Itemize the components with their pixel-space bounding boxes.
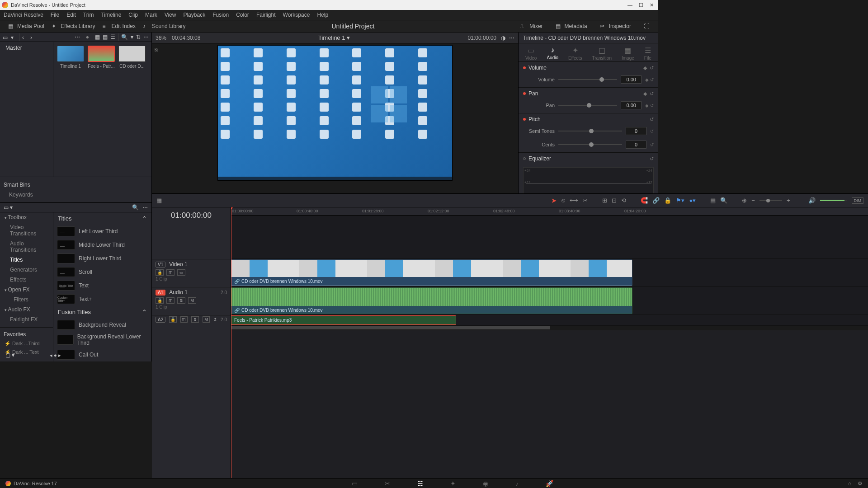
- menu-color[interactable]: Color: [236, 12, 249, 18]
- filters-node[interactable]: Filters: [0, 295, 53, 305]
- view-thumb-icon[interactable]: ▦: [95, 34, 100, 40]
- cents-slider[interactable]: [558, 144, 622, 145]
- view-strip-icon[interactable]: ▤: [103, 34, 108, 40]
- edit-index-toggle[interactable]: ≡Edit Index: [99, 22, 139, 30]
- pan-value[interactable]: 0.00: [621, 101, 642, 109]
- pitch-section[interactable]: Pitch: [528, 116, 647, 122]
- dynamic-trim-icon[interactable]: ⟷: [570, 197, 578, 204]
- record-icon[interactable]: ●: [86, 34, 89, 40]
- menu-mark[interactable]: Mark: [145, 12, 157, 18]
- a2-auto-select[interactable]: ◫: [180, 316, 188, 323]
- audio-clip-a1[interactable]: 🔗CD oder DVD brennen Windows 10.mov: [231, 287, 632, 314]
- fusion-call-out[interactable]: Call Out: [53, 348, 151, 361]
- equalizer-section[interactable]: Equalizer: [528, 155, 647, 162]
- replace-clip-icon[interactable]: ⟲: [621, 197, 626, 204]
- timeline-scrollbar[interactable]: [231, 326, 658, 330]
- search-icon[interactable]: 🔍: [121, 34, 128, 40]
- inspector-toggle[interactable]: ✂Inspector: [596, 22, 635, 30]
- link-icon[interactable]: 🔗: [652, 197, 658, 204]
- menu-davinci[interactable]: DaVinci Resolve: [4, 12, 43, 18]
- a1-mute[interactable]: M: [188, 297, 196, 304]
- bin-list-icon[interactable]: ▭: [3, 34, 8, 40]
- match-frame-icon[interactable]: ⎘: [155, 47, 158, 52]
- pan-kf-toggle[interactable]: ◆ ↺: [645, 103, 654, 108]
- menu-fairlight[interactable]: Fairlight: [256, 12, 276, 18]
- sort-icon[interactable]: ⇅: [136, 34, 141, 40]
- master-bin[interactable]: Master: [0, 42, 53, 54]
- track-header-v1[interactable]: V1Video 1 🔒◫▭ 1 Clip: [152, 259, 231, 287]
- pan-keyframe-icon[interactable]: ◆: [643, 91, 647, 97]
- video-clip[interactable]: 🔗CD oder DVD brennen Windows 10.mov: [231, 259, 632, 286]
- clip-timeline1[interactable]: Timeline 1: [57, 46, 84, 69]
- more-icon[interactable]: ⋯: [143, 34, 149, 40]
- window-maximize-button[interactable]: ☐: [639, 2, 643, 8]
- openfx-node[interactable]: Open FX: [0, 285, 53, 295]
- volume-slider[interactable]: [558, 79, 617, 80]
- title-scroll[interactable]: Scroll: [53, 265, 151, 279]
- selection-tool-icon[interactable]: ➤: [551, 197, 557, 205]
- effects-library-toggle[interactable]: ✦Effects Library: [48, 22, 99, 30]
- v1-lock-icon[interactable]: 🔒: [156, 269, 164, 276]
- title-right-lower-third[interactable]: Right Lower Third: [53, 252, 151, 265]
- collapse-icon[interactable]: ⌃: [142, 215, 147, 222]
- v1-disable[interactable]: ▭: [177, 269, 185, 276]
- menu-playback[interactable]: Playback: [183, 12, 205, 18]
- titles-node[interactable]: Titles: [0, 255, 53, 265]
- timeline-timecode[interactable]: 01:00:00:00: [152, 207, 231, 224]
- effects-node[interactable]: Effects: [0, 275, 53, 285]
- menu-workspace[interactable]: Workspace: [283, 12, 310, 18]
- title-left-lower-third[interactable]: Left Lower Third: [53, 225, 151, 238]
- fusion-bg-reveal[interactable]: Background Reveal: [53, 318, 151, 332]
- smart-bins-header[interactable]: Smart Bins: [0, 180, 151, 190]
- sound-library-toggle[interactable]: ♪Sound Library: [139, 22, 189, 30]
- expand-button[interactable]: ⛶: [640, 22, 654, 30]
- a2-solo[interactable]: S: [191, 316, 198, 323]
- pan-section[interactable]: Pan: [528, 90, 641, 97]
- eq-reset-icon[interactable]: ↺: [650, 156, 654, 162]
- volume-kf-toggle[interactable]: ◆ ↺: [645, 77, 654, 82]
- nav-back-icon[interactable]: ‹: [22, 34, 28, 40]
- volume-reset-icon[interactable]: ↺: [650, 65, 654, 71]
- track-header-a1[interactable]: A1Audio 12.0 🔒◫SM 1 Clip: [152, 287, 231, 315]
- menu-trim[interactable]: Trim: [83, 12, 94, 18]
- toolbox-node[interactable]: Toolbox: [0, 212, 53, 222]
- trim-tool-icon[interactable]: ⎋: [561, 197, 565, 204]
- title-text[interactable]: Basic TitleText: [53, 279, 151, 292]
- playhead[interactable]: [231, 207, 231, 371]
- insert-clip-icon[interactable]: ⊞: [602, 197, 607, 204]
- timeline-view-options-icon[interactable]: ▦: [156, 197, 162, 204]
- a1-lock-icon[interactable]: 🔒: [156, 297, 164, 304]
- viewer-options-icon[interactable]: ⋯: [509, 35, 514, 41]
- fairlightfx-node[interactable]: Fairlight FX: [0, 314, 53, 324]
- menu-edit[interactable]: Edit: [66, 12, 76, 18]
- menu-help[interactable]: Help: [317, 12, 328, 18]
- viewer-bypass-icon[interactable]: ◑: [501, 35, 505, 41]
- fx-options-icon[interactable]: ⋯: [142, 204, 148, 211]
- volume-keyframe-icon[interactable]: ◆: [643, 65, 647, 71]
- audiofx-node[interactable]: Audio FX: [0, 305, 53, 314]
- a1-auto-select[interactable]: ◫: [166, 297, 175, 304]
- inspector-tab-video[interactable]: ▭Video: [525, 46, 537, 61]
- view-list-icon[interactable]: ☰: [110, 34, 115, 40]
- video-transitions[interactable]: Video Transitions: [0, 222, 53, 239]
- semitones-slider[interactable]: [558, 131, 622, 131]
- fusion-titles-header[interactable]: Fusion Titles⌃: [53, 306, 151, 318]
- snap-icon[interactable]: 🧲: [641, 197, 648, 204]
- a1-solo[interactable]: S: [177, 297, 185, 304]
- search-dropdown-icon[interactable]: ▾: [131, 34, 133, 40]
- pan-slider[interactable]: [558, 105, 617, 106]
- blade-tool-icon[interactable]: ✂: [583, 197, 588, 204]
- mixer-toggle[interactable]: ⎍Mixer: [517, 22, 546, 30]
- fav-dark-third[interactable]: Dark ...Third: [0, 339, 53, 348]
- window-close-button[interactable]: ✕: [650, 2, 654, 8]
- media-pool-toggle[interactable]: ▦Media Pool: [5, 22, 48, 30]
- pan-reset-icon[interactable]: ↺: [650, 91, 654, 97]
- resize-cursor-icon[interactable]: ⇕: [213, 317, 217, 322]
- inspector-tab-transition[interactable]: ◫Transition: [592, 46, 612, 61]
- menu-timeline[interactable]: Timeline: [101, 12, 121, 18]
- inspector-tab-effects[interactable]: ✦Effects: [568, 46, 582, 61]
- program-viewer[interactable]: [217, 45, 453, 181]
- generators-node[interactable]: Generators: [0, 265, 53, 275]
- a2-mute[interactable]: M: [203, 316, 210, 323]
- options-icon[interactable]: ⋯: [75, 34, 80, 40]
